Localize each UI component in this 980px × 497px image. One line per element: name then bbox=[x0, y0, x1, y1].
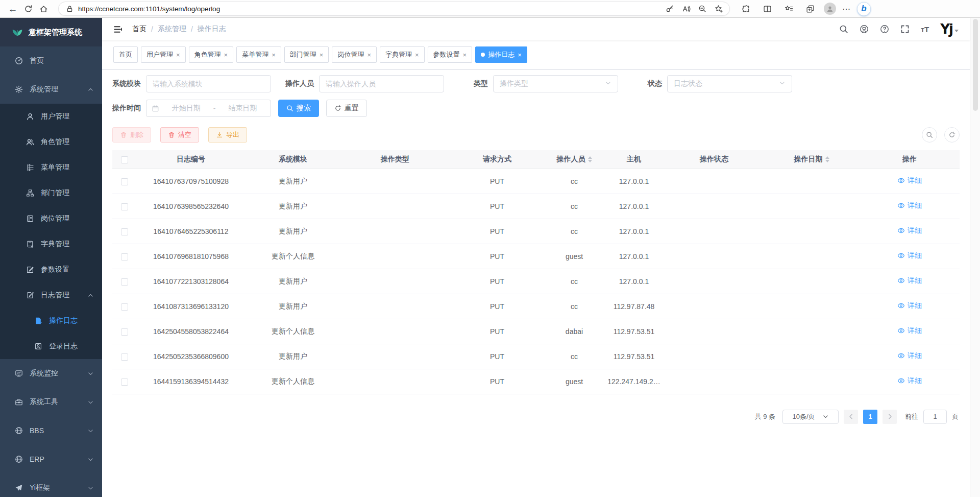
text-size-icon[interactable]: TT bbox=[921, 25, 929, 34]
sidebar-item-BBS[interactable]: BBS bbox=[0, 416, 102, 445]
detail-link[interactable]: 详细 bbox=[897, 226, 922, 235]
reset-button[interactable]: 重置 bbox=[326, 100, 367, 117]
date-range-picker[interactable]: 开始日期 - 结束日期 bbox=[146, 100, 271, 117]
current-page-button[interactable]: 1 bbox=[863, 410, 877, 424]
tab-部门管理[interactable]: 部门管理× bbox=[284, 46, 329, 63]
page-scrollbar[interactable] bbox=[970, 18, 980, 497]
read-aloud-icon[interactable] bbox=[680, 1, 692, 16]
column-header-操作日期[interactable]: 操作日期 bbox=[764, 150, 860, 169]
browser-home-icon[interactable] bbox=[36, 1, 51, 16]
split-screen-icon[interactable] bbox=[760, 1, 775, 16]
tab-角色管理[interactable]: 角色管理× bbox=[189, 46, 234, 63]
row-checkbox[interactable] bbox=[121, 253, 128, 261]
row-checkbox[interactable] bbox=[121, 328, 128, 336]
page-size-select[interactable]: 10条/页 bbox=[782, 410, 839, 424]
row-checkbox[interactable] bbox=[121, 378, 128, 386]
lock-icon[interactable] bbox=[65, 4, 74, 13]
tab-close-icon[interactable]: × bbox=[415, 51, 419, 59]
select-all-checkbox[interactable] bbox=[121, 156, 128, 163]
tab-close-icon[interactable]: × bbox=[224, 51, 228, 59]
tab-用户管理[interactable]: 用户管理× bbox=[141, 46, 186, 63]
tab-岗位管理[interactable]: 岗位管理× bbox=[332, 46, 377, 63]
sort-carets-icon[interactable] bbox=[588, 156, 592, 162]
favorites-bar-icon[interactable] bbox=[781, 1, 796, 16]
row-checkbox[interactable] bbox=[121, 228, 128, 235]
sidebar-item-用户管理[interactable]: 用户管理 bbox=[0, 104, 102, 129]
sidebar-item-角色管理[interactable]: 角色管理 bbox=[0, 129, 102, 155]
sidebar-item-首页[interactable]: 首页 bbox=[0, 46, 102, 75]
sidebar-item-系统管理[interactable]: 系统管理 bbox=[0, 75, 102, 104]
operator-input[interactable] bbox=[319, 75, 444, 92]
help-icon[interactable] bbox=[880, 25, 889, 34]
tab-操作日志[interactable]: 操作日志× bbox=[475, 46, 527, 63]
sort-carets-icon[interactable] bbox=[825, 156, 829, 162]
tab-close-icon[interactable]: × bbox=[320, 51, 324, 59]
browser-refresh-icon[interactable] bbox=[20, 1, 36, 16]
search-icon[interactable] bbox=[839, 25, 848, 34]
sidebar-item-菜单管理[interactable]: 菜单管理 bbox=[0, 155, 102, 180]
sidebar-item-Yi框架[interactable]: Yi框架 bbox=[0, 474, 102, 497]
sidebar-item-系统监控[interactable]: 系统监控 bbox=[0, 359, 102, 388]
export-button[interactable]: 导出 bbox=[208, 127, 247, 143]
search-button[interactable]: 搜索 bbox=[278, 100, 319, 117]
tab-字典管理[interactable]: 字典管理× bbox=[380, 46, 425, 63]
address-bar[interactable]: https://ccnetcore.com:1101/system/log/op… bbox=[58, 2, 730, 16]
module-input[interactable] bbox=[146, 75, 271, 92]
detail-link[interactable]: 详细 bbox=[897, 251, 922, 261]
detail-link[interactable]: 详细 bbox=[897, 201, 922, 210]
collections-icon[interactable] bbox=[802, 1, 818, 16]
sidebar-item-部门管理[interactable]: 部门管理 bbox=[0, 180, 102, 206]
user-menu-caret-icon[interactable] bbox=[954, 30, 959, 32]
tab-close-icon[interactable]: × bbox=[463, 51, 467, 59]
detail-link[interactable]: 详细 bbox=[897, 351, 922, 361]
sidebar-item-参数设置[interactable]: 参数设置 bbox=[0, 257, 102, 282]
bing-chat-icon[interactable]: b bbox=[857, 2, 871, 16]
row-checkbox[interactable] bbox=[121, 203, 128, 210]
row-checkbox[interactable] bbox=[121, 278, 128, 286]
favorite-star-icon[interactable] bbox=[713, 1, 724, 16]
type-select[interactable]: 操作类型 bbox=[493, 75, 618, 92]
prev-page-button[interactable] bbox=[844, 410, 858, 424]
start-date-placeholder[interactable]: 开始日期 bbox=[163, 104, 209, 113]
sidebar-item-登录日志[interactable]: 登录日志 bbox=[0, 334, 102, 359]
user-logo-badge[interactable]: Yj bbox=[940, 22, 952, 36]
tab-菜单管理[interactable]: 菜单管理× bbox=[236, 46, 281, 63]
url-text[interactable]: https://ccnetcore.com:1101/system/log/op… bbox=[78, 5, 664, 13]
app-logo[interactable]: 意框架管理系统 bbox=[0, 18, 102, 46]
sidebar-item-字典管理[interactable]: 字典管理 bbox=[0, 231, 102, 257]
detail-link[interactable]: 详细 bbox=[897, 176, 922, 185]
detail-link[interactable]: 详细 bbox=[897, 276, 922, 286]
end-date-placeholder[interactable]: 结束日期 bbox=[219, 104, 265, 113]
scrollbar-thumb[interactable] bbox=[973, 19, 978, 111]
row-checkbox[interactable] bbox=[121, 303, 128, 311]
row-checkbox[interactable] bbox=[121, 353, 128, 361]
clear-button[interactable]: 清空 bbox=[160, 127, 199, 143]
browser-menu-icon[interactable]: ⋯ bbox=[842, 4, 851, 14]
tab-参数设置[interactable]: 参数设置× bbox=[428, 46, 473, 63]
tab-首页[interactable]: 首页 bbox=[113, 46, 138, 63]
goto-page-input[interactable] bbox=[923, 410, 947, 424]
sidebar-collapse-icon[interactable] bbox=[113, 25, 123, 34]
sidebar-item-日志管理[interactable]: 日志管理 bbox=[0, 282, 102, 308]
show-search-toggle-button[interactable] bbox=[922, 127, 937, 143]
sidebar-item-ERP[interactable]: ERP bbox=[0, 445, 102, 474]
sidebar-item-操作日志[interactable]: 操作日志 bbox=[0, 308, 102, 334]
detail-link[interactable]: 详细 bbox=[897, 326, 922, 336]
password-key-icon[interactable] bbox=[664, 1, 675, 16]
fullscreen-icon[interactable] bbox=[900, 25, 910, 34]
tab-close-icon[interactable]: × bbox=[176, 51, 180, 59]
detail-link[interactable]: 详细 bbox=[897, 301, 922, 311]
operator-input-field[interactable] bbox=[326, 80, 437, 88]
sidebar-item-系统工具[interactable]: 系统工具 bbox=[0, 388, 102, 416]
next-page-button[interactable] bbox=[883, 410, 897, 424]
zoom-out-icon[interactable] bbox=[697, 1, 708, 16]
browser-back-icon[interactable]: ← bbox=[5, 1, 20, 16]
detail-link[interactable]: 详细 bbox=[897, 376, 922, 386]
sidebar-item-岗位管理[interactable]: 岗位管理 bbox=[0, 206, 102, 231]
breadcrumb-item-首页[interactable]: 首页 bbox=[132, 25, 146, 34]
delete-button[interactable]: 删除 bbox=[112, 127, 151, 143]
tab-close-icon[interactable]: × bbox=[518, 51, 522, 59]
refresh-table-button[interactable] bbox=[944, 127, 960, 143]
tab-close-icon[interactable]: × bbox=[367, 51, 371, 59]
tab-close-icon[interactable]: × bbox=[272, 51, 276, 59]
